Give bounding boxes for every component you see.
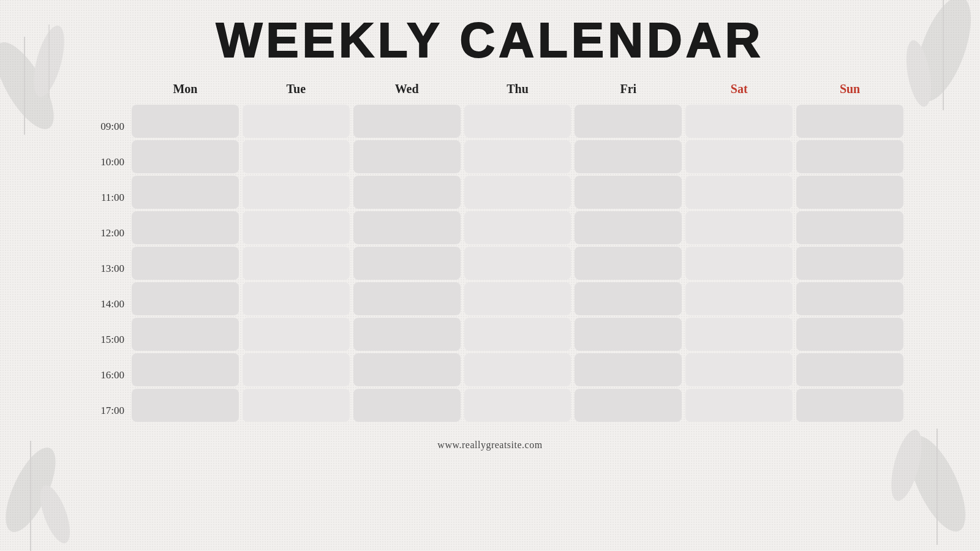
- calendar-slot[interactable]: [685, 247, 793, 280]
- time-row: [132, 389, 903, 422]
- calendar-slot[interactable]: [575, 318, 682, 351]
- time-column: 09:0010:0011:0012:0013:0014:0015:0016:00…: [77, 80, 132, 430]
- time-label: 14:00: [77, 288, 132, 321]
- calendar-slot[interactable]: [796, 247, 903, 280]
- calendar-slot[interactable]: [464, 105, 571, 138]
- calendar-slot[interactable]: [132, 247, 239, 280]
- calendar-slot[interactable]: [132, 140, 239, 173]
- calendar-slot[interactable]: [685, 140, 793, 173]
- calendar-slot[interactable]: [353, 353, 461, 386]
- calendar-slot[interactable]: [464, 247, 571, 280]
- calendar-slot[interactable]: [575, 389, 682, 422]
- calendar-slot[interactable]: [243, 176, 350, 209]
- calendar-slot[interactable]: [796, 140, 903, 173]
- day-header-wed: Wed: [353, 80, 461, 101]
- calendar-slot[interactable]: [575, 282, 682, 315]
- calendar-slot[interactable]: [464, 211, 571, 244]
- calendar-slot[interactable]: [464, 318, 571, 351]
- time-row: [132, 105, 903, 138]
- calendar-slot[interactable]: [464, 389, 571, 422]
- page-title: WEEKLY CALENDAR: [216, 12, 764, 69]
- calendar-slot[interactable]: [243, 282, 350, 315]
- time-row: [132, 140, 903, 173]
- calendar-slot[interactable]: [796, 211, 903, 244]
- calendar-slot[interactable]: [132, 389, 239, 422]
- calendar-slot[interactable]: [796, 389, 903, 422]
- calendar-slot[interactable]: [353, 282, 461, 315]
- time-row: [132, 247, 903, 280]
- calendar-slot[interactable]: [132, 353, 239, 386]
- time-label: 17:00: [77, 394, 132, 427]
- calendar-slot[interactable]: [353, 389, 461, 422]
- time-row: [132, 318, 903, 351]
- calendar-slot[interactable]: [685, 389, 793, 422]
- time-row: [132, 211, 903, 244]
- calendar-slot[interactable]: [575, 176, 682, 209]
- calendar-slot[interactable]: [353, 247, 461, 280]
- calendar-slot[interactable]: [243, 211, 350, 244]
- calendar-slot[interactable]: [796, 318, 903, 351]
- calendar-slot[interactable]: [243, 247, 350, 280]
- calendar-slot[interactable]: [685, 282, 793, 315]
- calendar-slot[interactable]: [685, 176, 793, 209]
- time-label: 16:00: [77, 359, 132, 392]
- calendar-slot[interactable]: [575, 140, 682, 173]
- time-label: 12:00: [77, 217, 132, 250]
- time-label: 09:00: [77, 110, 132, 143]
- calendar-slot[interactable]: [464, 176, 571, 209]
- calendar-slot[interactable]: [243, 140, 350, 173]
- day-header-thu: Thu: [464, 80, 571, 101]
- calendar-slot[interactable]: [132, 318, 239, 351]
- time-row: [132, 282, 903, 315]
- calendar-slot[interactable]: [132, 211, 239, 244]
- calendar-container: 09:0010:0011:0012:0013:0014:0015:0016:00…: [77, 80, 903, 430]
- calendar-slot[interactable]: [353, 105, 461, 138]
- calendar-slot[interactable]: [796, 176, 903, 209]
- time-label: 13:00: [77, 252, 132, 285]
- calendar-slot[interactable]: [464, 140, 571, 173]
- day-header-tue: Tue: [243, 80, 350, 101]
- calendar-slot[interactable]: [796, 353, 903, 386]
- calendar-slot[interactable]: [353, 176, 461, 209]
- calendar-slot[interactable]: [575, 247, 682, 280]
- calendar-slot[interactable]: [132, 105, 239, 138]
- calendar-slot[interactable]: [243, 353, 350, 386]
- days-grid: MonTueWedThuFriSatSun: [132, 80, 903, 430]
- time-label: 15:00: [77, 323, 132, 356]
- time-row: [132, 176, 903, 209]
- calendar-slot[interactable]: [796, 282, 903, 315]
- calendar-slot[interactable]: [575, 353, 682, 386]
- time-label: 10:00: [77, 146, 132, 179]
- calendar-slot[interactable]: [353, 140, 461, 173]
- time-label: 11:00: [77, 181, 132, 214]
- calendar-slot[interactable]: [575, 211, 682, 244]
- calendar-slot[interactable]: [464, 282, 571, 315]
- calendar-slot[interactable]: [464, 353, 571, 386]
- calendar-slot[interactable]: [796, 105, 903, 138]
- calendar-slot[interactable]: [243, 105, 350, 138]
- day-header-sun: Sun: [796, 80, 903, 101]
- day-header-fri: Fri: [575, 80, 682, 101]
- footer-url: www.reallygreatsite.com: [437, 440, 542, 451]
- calendar-slot[interactable]: [132, 282, 239, 315]
- calendar-slot[interactable]: [575, 105, 682, 138]
- calendar-slot[interactable]: [685, 105, 793, 138]
- calendar-slot[interactable]: [353, 211, 461, 244]
- time-row: [132, 353, 903, 386]
- calendar-slot[interactable]: [685, 318, 793, 351]
- calendar-slot[interactable]: [243, 318, 350, 351]
- calendar-slot[interactable]: [243, 389, 350, 422]
- calendar-slot[interactable]: [685, 353, 793, 386]
- time-slots: [132, 105, 903, 422]
- days-header: MonTueWedThuFriSatSun: [132, 80, 903, 101]
- calendar-slot[interactable]: [353, 318, 461, 351]
- day-header-sat: Sat: [685, 80, 793, 101]
- calendar-slot[interactable]: [132, 176, 239, 209]
- page-wrapper: WEEKLY CALENDAR 09:0010:0011:0012:0013:0…: [0, 0, 980, 551]
- calendar-slot[interactable]: [685, 211, 793, 244]
- day-header-mon: Mon: [132, 80, 239, 101]
